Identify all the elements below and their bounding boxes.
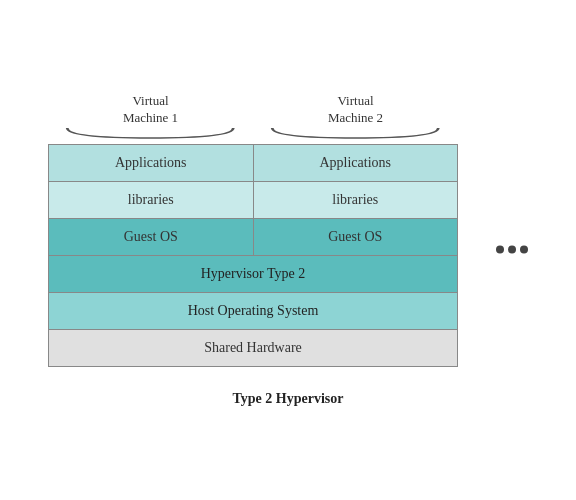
vm2-label-group: Virtual Machine 2 bbox=[253, 93, 458, 141]
vm1-guestos-cell: Guest OS bbox=[49, 219, 254, 255]
applications-row: Applications Applications bbox=[48, 144, 458, 181]
main-container: Virtual Machine 1 Virtual Machine 2 Appl… bbox=[48, 93, 528, 408]
vm2-label: Virtual Machine 2 bbox=[328, 93, 383, 127]
brace-row: Virtual Machine 1 Virtual Machine 2 bbox=[48, 93, 458, 141]
caption: Type 2 Hypervisor bbox=[233, 391, 344, 407]
vm1-label-group: Virtual Machine 1 bbox=[48, 93, 253, 141]
stack: Applications Applications libraries libr… bbox=[48, 144, 528, 367]
diagram: Virtual Machine 1 Virtual Machine 2 Appl… bbox=[48, 93, 528, 368]
dot-2 bbox=[508, 245, 516, 253]
dot-3 bbox=[520, 245, 528, 253]
vm1-label: Virtual Machine 1 bbox=[123, 93, 178, 127]
vm1-libraries-cell: libraries bbox=[49, 182, 254, 218]
vm2-guestos-cell: Guest OS bbox=[254, 219, 458, 255]
vm2-applications-cell: Applications bbox=[254, 145, 458, 181]
hostos-row: Host Operating System bbox=[48, 293, 458, 330]
vm2-libraries-cell: libraries bbox=[254, 182, 458, 218]
hardware-row: Shared Hardware bbox=[48, 330, 458, 367]
guestos-row: Guest OS Guest OS bbox=[48, 218, 458, 256]
dot-1 bbox=[496, 245, 504, 253]
hypervisor-row: Hypervisor Type 2 bbox=[48, 256, 458, 293]
libraries-row: libraries libraries bbox=[48, 181, 458, 218]
ellipsis bbox=[496, 245, 528, 253]
vm1-applications-cell: Applications bbox=[49, 145, 254, 181]
